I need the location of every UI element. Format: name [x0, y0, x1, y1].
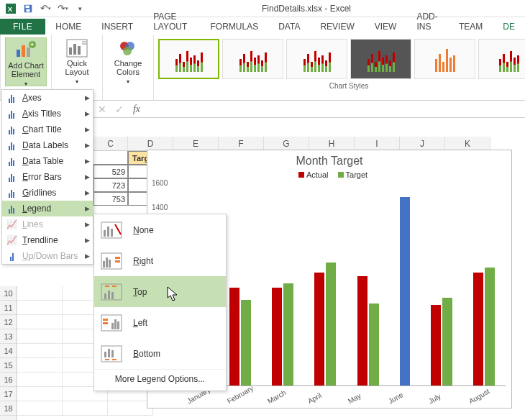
chart-style-4[interactable]	[350, 39, 411, 79]
formula-bar: ✕ ✓ fx	[93, 101, 525, 118]
bar-group-march[interactable]	[272, 283, 293, 385]
row-12[interactable]: 12	[0, 315, 17, 329]
row-16[interactable]: 16	[0, 373, 17, 387]
row-11[interactable]: 11	[0, 301, 17, 315]
tab-data[interactable]: DATA	[268, 19, 310, 35]
svg-rect-47	[112, 359, 117, 360]
bar-group-april[interactable]	[314, 262, 336, 386]
chart-style-1[interactable]	[158, 39, 219, 79]
legend-top-icon	[100, 282, 123, 302]
tab-file[interactable]: FILE	[0, 19, 45, 35]
chart-styles-gallery[interactable]	[154, 35, 525, 81]
bar-group-february[interactable]	[229, 288, 251, 386]
save-icon[interactable]	[20, 1, 36, 17]
menu-data-labels[interactable]: Data Labels▶	[2, 137, 93, 153]
col-D[interactable]: D	[128, 137, 173, 151]
chart-style-5[interactable]	[414, 39, 475, 79]
tab-formulas[interactable]: FORMULAS	[200, 19, 268, 35]
legend-right[interactable]: Right	[94, 245, 226, 276]
bar-group-may[interactable]	[357, 276, 379, 385]
col-C[interactable]: C	[93, 137, 128, 151]
menu-legend[interactable]: Legend▶	[2, 201, 93, 216]
svg-rect-4	[26, 9, 29, 12]
col-K[interactable]: K	[445, 137, 490, 151]
menu-trendline[interactable]: 📈Trendline▶	[2, 232, 93, 248]
undo-icon[interactable]: ↶▾	[37, 1, 53, 17]
menu-chart-title[interactable]: Chart Title▶	[2, 122, 93, 137]
svg-point-18	[123, 47, 132, 55]
svg-rect-13	[78, 46, 81, 55]
row-13[interactable]: 13	[0, 329, 17, 344]
legend-bottom-icon	[100, 344, 123, 364]
chart-legend[interactable]: Actual Target	[147, 168, 511, 182]
bar-group-august[interactable]	[473, 268, 495, 386]
menu-axes[interactable]: Axes▶	[2, 90, 93, 106]
svg-rect-45	[111, 350, 114, 357]
row-14[interactable]: 14	[0, 344, 17, 358]
chart-title[interactable]: Month Target	[147, 150, 511, 168]
svg-rect-39	[111, 323, 114, 329]
legend-more-options[interactable]: More Legend Options...	[94, 369, 226, 388]
legend-right-icon	[100, 251, 123, 271]
tab-page-layout[interactable]: PAGE LAYOUT	[143, 9, 200, 35]
fx-icon[interactable]: fx	[128, 104, 145, 115]
chart-style-3[interactable]	[286, 39, 347, 79]
menu-error-bars[interactable]: Error Bars▶	[2, 169, 93, 185]
add-chart-element-button[interactable]: + Add Chart Element ▾	[5, 37, 47, 86]
menu-data-table[interactable]: Data Table▶	[2, 153, 93, 169]
row-10[interactable]: 10	[0, 286, 17, 301]
chevron-right-icon: ▶	[85, 94, 90, 101]
row-19[interactable]: 19	[0, 416, 17, 420]
add-chart-element-icon: +	[14, 40, 37, 60]
tab-review[interactable]: REVIEW	[310, 19, 364, 35]
change-colors-label: Change Colors	[107, 59, 149, 76]
menu-axis-titles[interactable]: Axis Titles▶	[2, 106, 93, 122]
quick-layout-button[interactable]: Quick Layout ▾	[56, 37, 98, 86]
svg-rect-32	[112, 286, 117, 287]
tab-design[interactable]: DE	[493, 19, 525, 35]
tab-team[interactable]: TEAM	[449, 19, 493, 35]
row-15[interactable]: 15	[0, 358, 17, 373]
menu-gridlines[interactable]: Gridlines▶	[2, 185, 93, 201]
legend-none[interactable]: None	[94, 214, 226, 245]
change-colors-button[interactable]: Change Colors ▾	[107, 37, 149, 86]
svg-rect-3	[26, 5, 29, 8]
legend-top[interactable]: Top	[94, 276, 226, 307]
svg-rect-41	[117, 321, 119, 329]
col-G[interactable]: G	[264, 137, 309, 151]
lines-icon: 📈	[5, 218, 18, 231]
legend-label-target: Target	[346, 170, 368, 179]
dropdown-arrow-icon: ▾	[24, 80, 27, 88]
svg-text:+: +	[30, 41, 34, 48]
tab-view[interactable]: VIEW	[365, 19, 407, 35]
qat-customize-icon[interactable]: ▾	[72, 1, 88, 17]
col-F[interactable]: F	[219, 137, 264, 151]
legend-left[interactable]: Left	[94, 307, 226, 338]
enter-icon[interactable]: ✓	[111, 104, 128, 115]
col-H[interactable]: H	[309, 137, 355, 151]
chart-style-6[interactable]	[478, 39, 525, 79]
row-18[interactable]: 18	[0, 401, 17, 416]
cancel-icon[interactable]: ✕	[93, 104, 111, 115]
row-headers[interactable]: 10 11 12 13 14 15 16 17 18 19	[0, 286, 17, 420]
legend-bottom[interactable]: Bottom	[94, 338, 226, 369]
row-17[interactable]: 17	[0, 387, 17, 401]
error-bars-icon	[5, 170, 18, 183]
chart-style-2[interactable]	[222, 39, 283, 79]
col-E[interactable]: E	[173, 137, 219, 151]
svg-rect-26	[106, 257, 108, 268]
data-labels-icon	[5, 139, 18, 152]
redo-icon[interactable]: ↷▾	[55, 1, 70, 17]
col-I[interactable]: I	[355, 137, 400, 151]
bar-group-june[interactable]	[400, 197, 410, 386]
excel-icon[interactable]: X	[3, 1, 19, 17]
bar-group-july[interactable]	[431, 298, 452, 386]
tab-insert[interactable]: INSERT	[91, 19, 143, 35]
column-headers[interactable]: C D E F G H I J K	[93, 137, 525, 151]
tab-home[interactable]: HOME	[45, 19, 91, 35]
svg-rect-5	[17, 50, 20, 57]
tab-addins[interactable]: ADD-INS	[406, 9, 449, 35]
add-chart-element-menu: Axes▶ Axis Titles▶ Chart Title▶ Data Lab…	[1, 89, 93, 265]
col-J[interactable]: J	[400, 137, 445, 151]
svg-rect-38	[103, 322, 108, 324]
